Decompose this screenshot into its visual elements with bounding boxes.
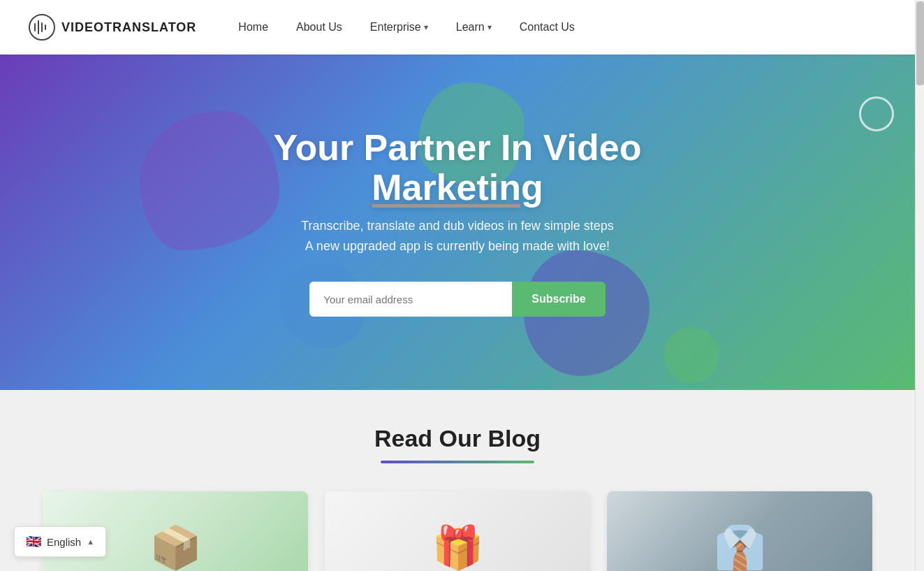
circle-button[interactable] <box>859 96 894 131</box>
blog-title: Read Our Blog <box>28 425 887 452</box>
hero-title-part1: Your Partner In Video <box>274 127 642 168</box>
hero-title-part2: Marketing <box>372 167 543 208</box>
language-chevron-icon: ▲ <box>87 537 94 546</box>
subscribe-form: Subscribe <box>192 282 723 317</box>
nav-item-contact[interactable]: Contact Us <box>520 21 575 34</box>
svg-rect-4 <box>34 23 36 31</box>
svg-rect-3 <box>45 24 46 30</box>
svg-rect-2 <box>41 22 43 32</box>
nav-item-about[interactable]: About Us <box>296 21 342 34</box>
hero-section: Your Partner In Video Marketing Transcri… <box>0 55 915 390</box>
logo-link[interactable]: VIDEOTRANSLATOR <box>28 13 196 41</box>
blog-cards <box>28 491 887 571</box>
scrollbar-thumb[interactable] <box>916 1 924 85</box>
logo-icon <box>28 13 56 41</box>
logo-text: VIDEOTRANSLATOR <box>61 20 196 35</box>
nav-enterprise-dropdown[interactable]: Enterprise ▾ <box>370 21 428 34</box>
flag-icon: 🇬🇧 <box>26 534 41 549</box>
blog-card-image-3 <box>607 491 872 571</box>
hero-content: Your Partner In Video Marketing Transcri… <box>178 86 737 359</box>
subscribe-button[interactable]: Subscribe <box>512 282 605 317</box>
blog-card-image-2 <box>325 491 590 571</box>
nav-home-link[interactable]: Home <box>238 21 268 33</box>
svg-rect-1 <box>38 20 39 34</box>
language-selector[interactable]: 🇬🇧 English ▲ <box>14 526 106 557</box>
nav-about-link[interactable]: About Us <box>296 21 342 33</box>
nav-learn-dropdown[interactable]: Learn ▾ <box>456 21 492 34</box>
blog-card-3[interactable] <box>607 491 872 571</box>
nav-item-enterprise[interactable]: Enterprise ▾ <box>370 21 428 34</box>
blog-section: Read Our Blog <box>0 390 915 571</box>
hero-subtitle1: Transcribe, translate and dub videos in … <box>192 219 723 233</box>
nav-item-home[interactable]: Home <box>238 21 268 34</box>
hero-title: Your Partner In Video Marketing <box>192 128 723 208</box>
language-label: English <box>47 536 81 548</box>
blog-title-underline <box>381 461 534 463</box>
navbar: VIDEOTRANSLATOR Home About Us Enterprise… <box>0 0 924 55</box>
nav-item-learn[interactable]: Learn ▾ <box>456 21 492 34</box>
chevron-down-icon-learn: ▾ <box>487 22 492 32</box>
nav-links: Home About Us Enterprise ▾ Learn ▾ Conta… <box>238 21 574 34</box>
blog-card-2[interactable] <box>325 491 590 571</box>
email-input[interactable] <box>309 282 512 317</box>
nav-contact-link[interactable]: Contact Us <box>520 21 575 33</box>
hero-subtitle2: A new upgraded app is currently being ma… <box>192 239 723 254</box>
chevron-down-icon: ▾ <box>424 22 428 32</box>
page-scrollbar[interactable] <box>915 0 924 571</box>
nav-enterprise-label: Enterprise <box>370 21 421 34</box>
nav-learn-label: Learn <box>456 21 485 34</box>
